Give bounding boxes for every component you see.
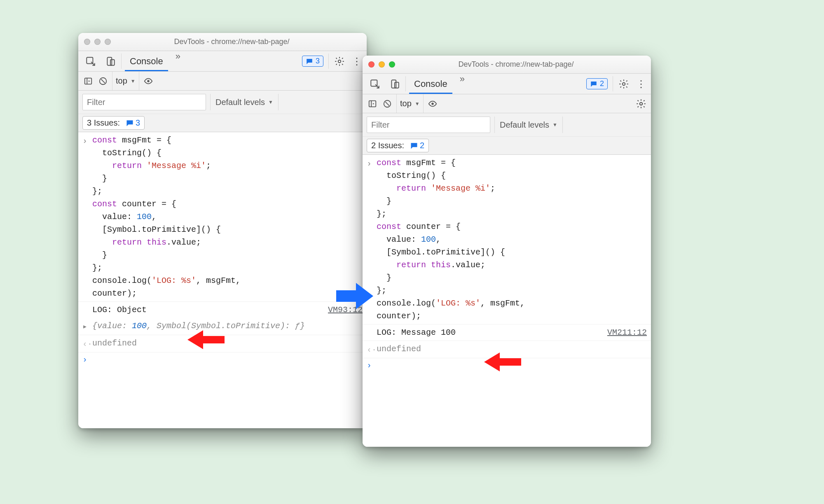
more-menu-button[interactable]: ⋮ (634, 74, 648, 94)
issues-pill[interactable]: 3 Issues: 3 (82, 116, 145, 130)
svg-rect-2 (110, 59, 115, 65)
context-label: top (116, 76, 127, 86)
return-arrow-icon: ‹· (82, 337, 92, 350)
show-sidebar-button[interactable] (82, 75, 94, 87)
chevron-right-icon: › (82, 134, 92, 300)
console-settings-button[interactable] (635, 98, 647, 110)
toolbar-divider (328, 54, 329, 69)
close-button[interactable] (368, 61, 375, 68)
issues-chip-count: 3 (316, 57, 320, 65)
console-output-text: LOG: Message 100 (377, 326, 603, 339)
issues-chip[interactable]: 2 (586, 78, 608, 89)
maximize-button[interactable] (389, 61, 395, 68)
more-menu-button[interactable]: ⋮ (349, 51, 364, 71)
source-link[interactable]: VM211:12 (607, 326, 647, 339)
titlebar: DevTools - chrome://new-tab-page/ (363, 56, 651, 74)
show-sidebar-button[interactable] (367, 98, 378, 110)
console-output-text: LOG: Object (92, 303, 324, 316)
issues-pill[interactable]: 2 Issues: 2 (367, 139, 429, 152)
undefined-text: undefined (92, 337, 363, 350)
issues-chip[interactable]: 3 (302, 56, 323, 67)
sidebar-icon (368, 99, 377, 108)
window-title: DevTools - chrome://new-tab-page/ (403, 60, 645, 69)
issues-bar: 2 Issues: 2 (363, 137, 651, 155)
window-title: DevTools - chrome://new-tab-page/ (119, 37, 361, 46)
more-tabs-button[interactable]: » (171, 51, 185, 71)
svg-rect-11 (369, 100, 376, 107)
filter-input[interactable] (82, 94, 206, 110)
issues-chip-count: 2 (600, 79, 604, 88)
toolbar-divider (613, 76, 613, 91)
maximize-button[interactable] (105, 39, 111, 45)
chevron-down-icon: ▼ (268, 99, 273, 105)
filter-bar: Default levels ▼ (363, 113, 651, 137)
console-messages: › const msgFmt = { toString() { return '… (363, 155, 651, 447)
console-output-row: LOG: Message 100 VM211:12 (363, 324, 651, 341)
chevron-down-icon: ▼ (131, 78, 136, 84)
titlebar: DevTools - chrome://new-tab-page/ (78, 33, 367, 51)
highlight-arrow-icon (484, 352, 521, 371)
clear-icon (383, 99, 392, 108)
more-tabs-button[interactable]: » (455, 74, 470, 94)
svg-rect-1 (107, 57, 112, 65)
svg-rect-8 (391, 80, 396, 88)
filter-input[interactable] (367, 117, 490, 133)
chevron-down-icon: ▼ (415, 101, 420, 107)
svg-point-14 (640, 102, 643, 105)
svg-rect-9 (395, 82, 399, 88)
svg-point-6 (147, 80, 150, 82)
console-subbar: top ▼ (78, 72, 367, 91)
clear-console-button[interactable] (97, 75, 109, 87)
message-icon (306, 58, 313, 65)
svg-point-13 (431, 103, 434, 105)
console-subbar: top ▼ (363, 94, 651, 113)
chevron-down-icon: ▼ (552, 122, 557, 128)
return-arrow-icon: ‹· (367, 343, 377, 356)
gear-icon (334, 56, 345, 67)
console-input-row[interactable]: › const msgFmt = { toString() { return '… (363, 155, 651, 324)
device-toggle-button[interactable] (385, 74, 405, 94)
toolbar-divider (121, 54, 122, 69)
issues-text: 2 Issues: (371, 141, 404, 150)
live-expression-button[interactable] (143, 75, 154, 87)
device-toggle-button[interactable] (101, 51, 120, 71)
tab-console[interactable]: Console (407, 74, 455, 94)
console-messages: › const msgFmt = { toString() { return '… (78, 132, 367, 428)
context-selector[interactable]: top ▼ (112, 72, 139, 90)
main-toolbar: Console » 3 ⋮ (78, 51, 367, 72)
inspect-element-button[interactable] (365, 74, 385, 94)
console-code: const msgFmt = { toString() { return 'Me… (92, 134, 363, 300)
default-levels-selector[interactable]: Default levels ▼ (494, 117, 563, 133)
settings-button[interactable] (614, 74, 634, 94)
expand-icon[interactable]: ▸ (82, 320, 92, 333)
svg-point-3 (338, 60, 341, 63)
live-expression-button[interactable] (427, 98, 438, 110)
console-output-row: LOG: Object VM93:12 (78, 302, 367, 318)
minimize-button[interactable] (379, 61, 385, 68)
object-preview-text: {value: 100, Symbol(Symbol.toPrimitive):… (92, 320, 363, 333)
main-toolbar: Console » 2 ⋮ (363, 74, 651, 94)
issues-text: 3 Issues: (87, 118, 120, 128)
clear-console-button[interactable] (382, 98, 393, 110)
chevron-right-icon: › (82, 354, 92, 364)
svg-point-10 (623, 82, 625, 85)
issues-count: 3 (136, 118, 140, 128)
default-levels-label: Default levels (500, 120, 549, 130)
close-button[interactable] (84, 39, 90, 45)
default-levels-selector[interactable]: Default levels ▼ (210, 94, 279, 110)
toolbar-divider (405, 76, 406, 91)
tab-console-label: Console (414, 79, 447, 89)
devtools-window-right: DevTools - chrome://new-tab-page/ Consol… (363, 56, 651, 447)
message-icon (126, 119, 134, 127)
gear-icon (636, 98, 646, 109)
console-prompt[interactable]: › (78, 352, 367, 366)
device-icon (105, 56, 116, 67)
sidebar-icon (84, 77, 93, 86)
inspect-element-button[interactable] (81, 51, 101, 71)
console-input-row[interactable]: › const msgFmt = { toString() { return '… (78, 132, 367, 302)
chevron-right-icon: › (367, 360, 377, 370)
minimize-button[interactable] (94, 39, 101, 45)
tab-console[interactable]: Console (122, 51, 171, 71)
context-selector[interactable]: top ▼ (396, 94, 424, 113)
settings-button[interactable] (330, 51, 349, 71)
